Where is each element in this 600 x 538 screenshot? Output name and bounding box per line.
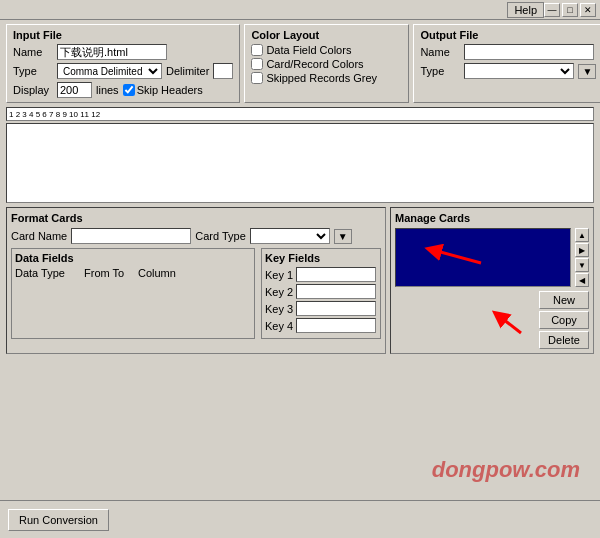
card-record-colors-row: Card/Record Colors — [251, 58, 402, 70]
close-button[interactable]: ✕ — [580, 3, 596, 17]
card-type-label: Card Type — [195, 230, 246, 242]
card-record-colors-label: Card/Record Colors — [266, 58, 363, 70]
name-row: Name — [13, 44, 233, 60]
lines-label: lines — [96, 84, 119, 96]
name-label: Name — [13, 46, 53, 58]
column-headers: Data Type From To Column — [15, 267, 251, 279]
title-bar: Help — □ ✕ — [0, 0, 600, 20]
help-button[interactable]: Help — [507, 2, 544, 18]
manage-cards-title: Manage Cards — [395, 212, 589, 224]
type-select[interactable]: Comma Delimited — [57, 63, 162, 79]
key4-input[interactable] — [296, 318, 376, 333]
key-fields-title: Key Fields — [265, 252, 377, 264]
key-fields-section: Key Fields Key 1 Key 2 Key 3 Key 4 — [261, 248, 381, 339]
card-name-label: Card Name — [11, 230, 67, 242]
output-name-label: Name — [420, 46, 460, 58]
skipped-records-grey-label: Skipped Records Grey — [266, 72, 377, 84]
color-layout-panel: Color Layout Data Field Colors Card/Reco… — [244, 24, 409, 103]
output-type-label: Type — [420, 65, 460, 77]
output-type-select[interactable] — [464, 63, 574, 79]
skip-headers-checkbox[interactable] — [123, 84, 135, 96]
data-fields-title: Data Fields — [15, 252, 251, 264]
manage-content: ▲ ▶ ▼ ◀ — [395, 228, 589, 287]
output-name-row: Name — [420, 44, 596, 60]
delimiter-label: Delimiter — [166, 65, 209, 77]
scroll-up-button[interactable]: ▲ — [575, 228, 589, 242]
key4-label: Key 4 — [265, 320, 293, 332]
format-cards-panel: Format Cards Card Name Card Type ▼ Data … — [6, 207, 386, 354]
data-type-header: Data Type — [15, 267, 80, 279]
output-name-input[interactable] — [464, 44, 594, 60]
ruler-top: 1 2 3 4 5 6 7 8 9 10 11 12 — [9, 110, 100, 119]
key2-label: Key 2 — [265, 286, 293, 298]
watermark: dongpow.com — [432, 457, 580, 483]
key4-row: Key 4 — [265, 318, 377, 333]
copy-button[interactable]: Copy — [539, 311, 589, 329]
list-item[interactable] — [396, 229, 570, 245]
top-section: Input File Name Type Comma Delimited Del… — [6, 24, 594, 103]
key2-row: Key 2 — [265, 284, 377, 299]
output-type-row: Type ▼ — [420, 63, 596, 79]
output-file-title: Output File — [420, 29, 596, 41]
data-field-colors-label: Data Field Colors — [266, 44, 351, 56]
maximize-button[interactable]: □ — [562, 3, 578, 17]
main-content: Input File Name Type Comma Delimited Del… — [0, 20, 600, 358]
key3-row: Key 3 — [265, 301, 377, 316]
card-type-dropdown-icon[interactable]: ▼ — [334, 229, 352, 244]
color-layout-title: Color Layout — [251, 29, 402, 41]
data-fields-section: Data Fields Data Type From To Column — [11, 248, 255, 339]
data-field-colors-checkbox[interactable] — [251, 44, 263, 56]
minimize-button[interactable]: — — [544, 3, 560, 17]
input-file-panel: Input File Name Type Comma Delimited Del… — [6, 24, 240, 103]
fields-row: Data Fields Data Type From To Column Key… — [11, 248, 381, 339]
key1-row: Key 1 — [265, 267, 377, 282]
delimiter-input[interactable] — [213, 63, 233, 79]
ruler-area: 1 2 3 4 5 6 7 8 9 10 11 12 1234567890123… — [6, 107, 594, 121]
from-to-header: From To — [84, 267, 134, 279]
bottom-section: Format Cards Card Name Card Type ▼ Data … — [6, 207, 594, 354]
key1-label: Key 1 — [265, 269, 293, 281]
display-row: Display lines Skip Headers — [13, 82, 233, 98]
card-name-input[interactable] — [71, 228, 191, 244]
card-name-row: Card Name Card Type ▼ — [11, 228, 381, 244]
skipped-records-grey-row: Skipped Records Grey — [251, 72, 402, 84]
new-button[interactable]: New — [539, 291, 589, 309]
scroll-down-button[interactable]: ▼ — [575, 258, 589, 272]
ruler-numbers: 1 2 3 4 5 6 7 8 9 10 11 12 — [7, 108, 593, 121]
display-label: Display — [13, 84, 53, 96]
skip-headers-label[interactable]: Skip Headers — [123, 84, 203, 96]
scroll-buttons: ▲ ▶ ▼ ◀ — [575, 228, 589, 287]
card-record-colors-checkbox[interactable] — [251, 58, 263, 70]
data-area[interactable] — [6, 123, 594, 203]
run-conversion-button[interactable]: Run Conversion — [8, 509, 109, 531]
input-file-title: Input File — [13, 29, 233, 41]
format-cards-title: Format Cards — [11, 212, 381, 224]
scroll-right-button[interactable]: ▶ — [575, 243, 589, 257]
key2-input[interactable] — [296, 284, 376, 299]
bottom-bar: Run Conversion — [0, 500, 600, 538]
key3-input[interactable] — [296, 301, 376, 316]
card-type-select[interactable] — [250, 228, 330, 244]
scroll-left-button[interactable]: ◀ — [575, 273, 589, 287]
key3-label: Key 3 — [265, 303, 293, 315]
manage-list[interactable] — [395, 228, 571, 287]
key1-input[interactable] — [296, 267, 376, 282]
skipped-records-grey-checkbox[interactable] — [251, 72, 263, 84]
display-input[interactable] — [57, 82, 92, 98]
data-field-colors-row: Data Field Colors — [251, 44, 402, 56]
name-input[interactable] — [57, 44, 167, 60]
output-type-dropdown-icon[interactable]: ▼ — [578, 64, 596, 79]
column-header: Column — [138, 267, 178, 279]
action-buttons: New Copy Delete — [395, 291, 589, 349]
delete-button[interactable]: Delete — [539, 331, 589, 349]
type-row: Type Comma Delimited Delimiter — [13, 63, 233, 79]
type-label: Type — [13, 65, 53, 77]
manage-cards-panel: Manage Cards ▲ ▶ ▼ ◀ New Copy Delete — [390, 207, 594, 354]
output-file-panel: Output File Name Type ▼ — [413, 24, 600, 103]
